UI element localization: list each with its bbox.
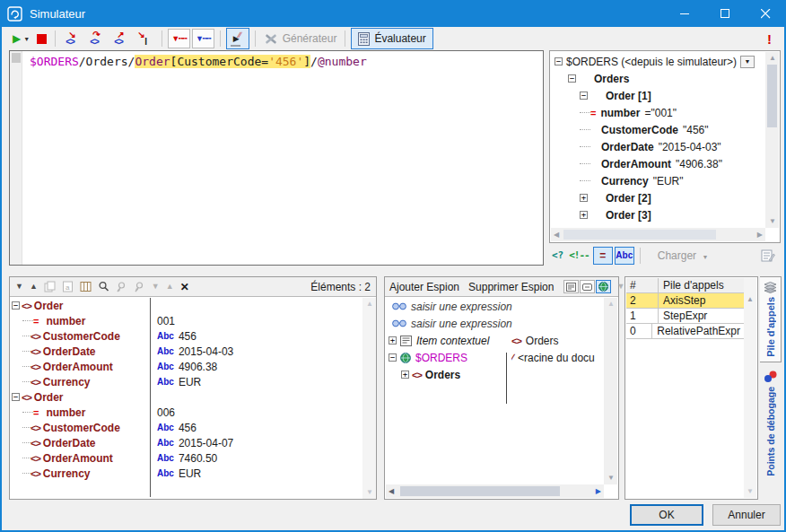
run-to-cursor-button[interactable]: ↘I <box>134 29 156 48</box>
expander-collapse-icon[interactable]: − <box>12 301 20 310</box>
search-previous-icon[interactable] <box>134 281 145 292</box>
watch-hscrollbar[interactable]: ◀ ▶ <box>386 484 604 498</box>
evaluator-button[interactable]: Évaluateur <box>351 28 432 49</box>
show-pi-toggle[interactable]: <? <box>552 249 563 261</box>
minimize-button[interactable] <box>665 0 705 27</box>
move-down-button[interactable]: ▼ <box>152 283 160 291</box>
tree-row-order-1[interactable]: − Order [1] <box>552 87 765 104</box>
expander-collapse-icon[interactable]: − <box>389 353 397 362</box>
column-splitter[interactable] <box>150 298 151 497</box>
step-out-button[interactable]: ↗<> <box>109 29 132 48</box>
show-variables-toggle[interactable] <box>596 280 611 293</box>
xpath-expression[interactable]: $ORDERS/Orders/Order[CustomerCode='456']… <box>30 55 539 68</box>
result-row[interactable]: <>OrderAmount Abc4906.38 <box>10 359 376 374</box>
result-row[interactable]: <>Currency AbcEUR <box>10 466 376 481</box>
expander-expand-icon[interactable]: + <box>389 336 397 344</box>
expander-expand-icon[interactable]: + <box>401 371 409 379</box>
remove-watch-button[interactable]: Supprimer Espion <box>468 281 554 293</box>
result-row[interactable]: =number 006 <box>10 405 376 420</box>
move-up-button[interactable]: ▲ <box>166 283 174 291</box>
tree-row-number-attr[interactable]: = number ="001" <box>552 104 765 121</box>
columns-icon[interactable] <box>80 281 92 292</box>
glasses-icon <box>392 302 406 310</box>
start-dropdown-icon[interactable]: ▼ <box>23 36 30 42</box>
watch-variable-row[interactable]: − $ORDERS ∕<racine du docu <box>387 349 604 366</box>
generator-button[interactable]: Générateur <box>261 29 340 48</box>
step-over-button[interactable]: ↷<> <box>85 29 108 48</box>
stop-debugger-button[interactable] <box>34 29 49 48</box>
side-tab-strip: Pile d'appels Points de débogage <box>760 276 782 501</box>
result-row[interactable]: <>CustomerCode Abc456 <box>10 420 376 435</box>
result-row[interactable]: −<>Order <box>10 389 376 405</box>
tree-row-orderamount[interactable]: OrderAmount "4906.38" <box>552 155 765 172</box>
edit-list-icon[interactable] <box>761 249 775 262</box>
source-tree-hscrollbar[interactable]: ◀ ▶ <box>551 228 765 241</box>
watch-placeholder-row[interactable]: saisir une expression <box>387 315 604 332</box>
show-comment-toggle[interactable]: <!-- <box>569 249 590 261</box>
result-row[interactable]: <>OrderDate Abc2015-04-03 <box>10 344 376 359</box>
expander-collapse-icon[interactable]: − <box>555 57 563 65</box>
load-button[interactable]: Charger ▼ <box>658 249 709 262</box>
search-icon[interactable] <box>98 281 109 292</box>
tab-call-stack[interactable]: Pile d'appels <box>760 276 782 362</box>
expander-collapse-icon[interactable]: − <box>12 393 20 401</box>
result-row[interactable]: <>OrderAmount Abc7460.50 <box>10 450 376 466</box>
insert-breakpoint-button[interactable]: ▼╍╍ <box>168 29 190 48</box>
tab-breakpoints[interactable]: Points de débogage <box>760 366 782 492</box>
globe-icon <box>400 353 411 363</box>
watch-placeholder-row[interactable]: saisir une expression <box>387 298 604 315</box>
tree-row-currency[interactable]: Currency "EUR" <box>552 172 765 189</box>
result-row[interactable]: =number 001 <box>10 313 376 328</box>
tree-row-order-2[interactable]: + Order [2] <box>552 189 765 206</box>
show-values-toggle[interactable] <box>580 280 595 293</box>
source-tree: − $ORDERS (<depuis le simulateur>) ▼ − O… <box>549 50 781 243</box>
copy-icon[interactable] <box>44 281 56 292</box>
ok-button[interactable]: OK <box>630 504 703 526</box>
result-row[interactable]: <>OrderDate Abc2015-04-07 <box>10 435 376 450</box>
call-stack-row[interactable]: 2 AxisStep <box>626 293 745 309</box>
search-next-icon[interactable] <box>116 281 127 292</box>
show-context-toggle[interactable] <box>563 280 579 293</box>
tree-row-order-3[interactable]: + Order [3] <box>552 206 765 223</box>
call-stack-row[interactable]: 1 StepExpr <box>626 309 745 324</box>
expander-collapse-icon[interactable]: − <box>580 92 588 100</box>
watch-vscrollbar[interactable]: ▲ ▼ <box>604 298 617 484</box>
source-tree-vscrollbar[interactable]: ▲ ▼ <box>765 52 779 228</box>
watch-child-row[interactable]: + <> Orders <box>387 366 604 383</box>
next-result-button[interactable]: ▼ <box>15 283 23 291</box>
insert-tracepoint-button[interactable]: ▼╍╍ <box>192 29 214 48</box>
expression-editor[interactable]: $ORDERS/Orders/Order[CustomerCode='456']… <box>9 50 544 266</box>
results-vscrollbar[interactable]: ▲ ▼ <box>362 298 376 499</box>
result-row[interactable]: <>CustomerCode Abc456 <box>10 328 376 344</box>
expander-collapse-icon[interactable]: − <box>568 74 576 83</box>
expander-expand-icon[interactable]: + <box>580 211 588 219</box>
copy-with-text-icon[interactable]: a <box>62 281 74 292</box>
watch-context-item-row[interactable]: + Item contextuel <>Orders <box>387 332 604 349</box>
cancel-button[interactable]: Annuler <box>712 504 781 526</box>
show-text-toggle[interactable]: Abc <box>615 247 634 265</box>
step-into-button[interactable]: ↘<> <box>61 29 83 48</box>
source-tree-root-row[interactable]: − $ORDERS (<depuis le simulateur>) ▼ <box>552 53 765 70</box>
previous-result-button[interactable]: ▲ <box>30 283 38 291</box>
call-stack-row[interactable]: 0 RelativePathExpr <box>626 324 745 339</box>
breakpoint-blue-icon: ▼╍╍ <box>196 34 211 43</box>
document-icon <box>400 336 412 346</box>
call-stack-vscrollbar[interactable]: ▲ ▼ <box>744 278 756 498</box>
start-debugger-button[interactable]: ▶▼ <box>10 29 32 48</box>
tree-row-orderdate[interactable]: OrderDate "2015-04-03" <box>552 138 765 155</box>
clear-results-button[interactable]: ✕ <box>180 281 189 293</box>
source-select-dropdown[interactable]: ▼ <box>740 56 755 68</box>
break-on-error-toggle[interactable]: ▶∕∕ <box>226 28 249 49</box>
result-row[interactable]: −<>Order <box>10 298 376 313</box>
watch-column-splitter[interactable] <box>506 353 507 404</box>
maximize-button[interactable] <box>705 0 746 27</box>
call-stack-panel: # Pile d'appels 2 AxisStep 1 StepExpr 0 … <box>624 276 758 500</box>
tree-row-customercode[interactable]: CustomerCode "456" <box>552 121 765 138</box>
show-attributes-toggle[interactable]: = <box>593 247 613 265</box>
separator <box>55 31 56 47</box>
expander-expand-icon[interactable]: + <box>580 194 588 202</box>
add-watch-button[interactable]: Ajouter Espion <box>389 281 459 293</box>
result-row[interactable]: <>Currency AbcEUR <box>10 374 376 389</box>
close-button[interactable] <box>746 0 786 27</box>
tree-row-orders[interactable]: − Orders <box>552 70 765 87</box>
